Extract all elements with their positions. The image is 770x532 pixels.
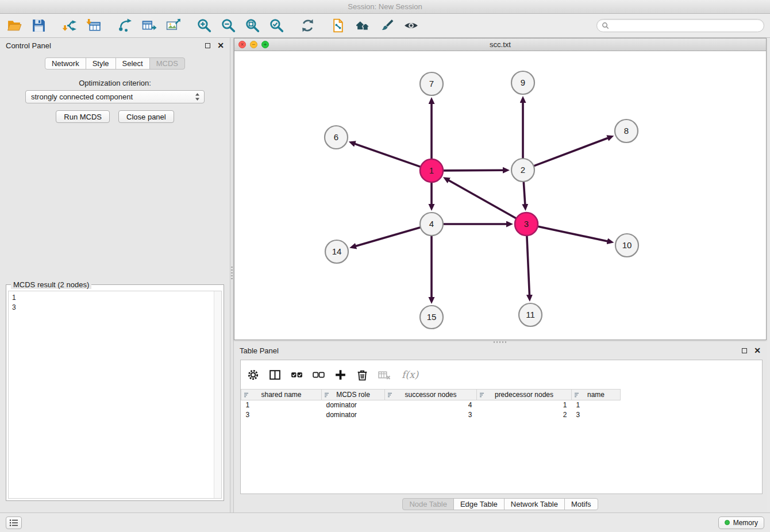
- table-cell[interactable]: 1: [241, 400, 322, 410]
- clone-network-button[interactable]: [330, 17, 348, 35]
- unselect-all-columns-button[interactable]: [312, 368, 325, 381]
- close-panel-icon[interactable]: ✕: [754, 346, 761, 354]
- column-header-predecessor-nodes[interactable]: predecessor nodes: [477, 390, 572, 400]
- dropdown-stepper-icon: [195, 92, 200, 101]
- table-settings-gear-button[interactable]: [247, 368, 260, 381]
- network-graph[interactable]: 7968124314101511: [234, 51, 766, 340]
- table-cell[interactable]: 3: [572, 410, 621, 420]
- homes-button[interactable]: [354, 17, 372, 35]
- zoom-out-button[interactable]: [220, 17, 238, 35]
- float-panel-icon[interactable]: [742, 348, 747, 353]
- workspace-area: × − + scc.txt 7968124314101511: [234, 38, 770, 512]
- column-header-shared-name[interactable]: shared name: [241, 390, 322, 400]
- tab-network[interactable]: Network: [45, 57, 86, 70]
- table-row[interactable]: 1dominator411: [241, 400, 763, 410]
- import-table-icon: [86, 18, 102, 33]
- eye-button[interactable]: [402, 17, 421, 35]
- graph-node-8[interactable]: 8: [615, 119, 638, 142]
- tab-select[interactable]: Select: [116, 57, 150, 70]
- graph-node-2[interactable]: 2: [511, 159, 534, 182]
- graph-edge-2-3[interactable]: [523, 182, 525, 205]
- refresh-button[interactable]: [299, 17, 317, 35]
- table-cell[interactable]: 3: [385, 410, 477, 420]
- graph-edge-4-14[interactable]: [355, 228, 420, 246]
- column-header-mcds-role[interactable]: MCDS role: [322, 390, 385, 400]
- run-mcds-button[interactable]: Run MCDS: [56, 110, 110, 123]
- graph-node-10[interactable]: 10: [615, 234, 638, 257]
- scrollbar-track[interactable]: [214, 291, 221, 498]
- network-canvas[interactable]: 7968124314101511: [234, 51, 766, 340]
- close-panel-icon[interactable]: ✕: [217, 41, 224, 49]
- minimize-window-button[interactable]: −: [250, 41, 257, 48]
- table-panel-header: Table Panel ✕: [234, 343, 767, 358]
- tab-node-table[interactable]: Node Table: [402, 498, 454, 510]
- zoom-check-button[interactable]: [268, 17, 286, 35]
- close-window-button[interactable]: ×: [238, 41, 246, 48]
- tab-edge-table[interactable]: Edge Table: [453, 498, 505, 510]
- export-image-button[interactable]: [164, 17, 183, 35]
- search-input[interactable]: [612, 22, 759, 30]
- table-cell[interactable]: 4: [385, 400, 477, 410]
- column-header-successor-nodes[interactable]: successor nodes: [385, 390, 477, 400]
- zoom-window-button[interactable]: +: [261, 41, 269, 48]
- panel-list-button[interactable]: [6, 516, 22, 529]
- criterion-dropdown[interactable]: strongly connected component: [25, 90, 205, 103]
- table-cell[interactable]: 1: [572, 400, 621, 410]
- table-cell-filler: [621, 400, 763, 410]
- save-button[interactable]: [30, 17, 48, 35]
- tab-style[interactable]: Style: [86, 57, 116, 70]
- graph-edge-1-2[interactable]: [444, 170, 504, 171]
- table-cell[interactable]: 2: [477, 410, 572, 420]
- graph-edge-1-6[interactable]: [354, 144, 420, 167]
- tab-motifs[interactable]: Motifs: [564, 498, 598, 510]
- export-table-button[interactable]: [140, 17, 159, 35]
- vertical-splitter[interactable]: [230, 38, 234, 512]
- style-brush-icon: [379, 18, 395, 33]
- toolbar-group: [195, 17, 286, 35]
- share-network-button[interactable]: [116, 17, 134, 35]
- table-settings-gear-icon: [247, 368, 260, 381]
- tab-network-table[interactable]: Network Table: [504, 498, 565, 510]
- tab-mcds[interactable]: MCDS: [149, 57, 185, 70]
- zoom-fit-button[interactable]: [244, 17, 262, 35]
- graph-edge-3-11[interactable]: [527, 236, 530, 296]
- svg-text:8: 8: [624, 126, 629, 136]
- graph-node-15[interactable]: 15: [420, 306, 443, 329]
- float-panel-icon[interactable]: [205, 43, 210, 48]
- select-all-columns-button[interactable]: [290, 368, 303, 381]
- graph-node-1[interactable]: 1: [420, 159, 443, 182]
- show-columns-button[interactable]: [268, 368, 282, 381]
- graph-node-3[interactable]: 3: [515, 213, 538, 236]
- mcds-result-pane[interactable]: 13: [8, 291, 222, 499]
- graph-node-11[interactable]: 11: [519, 303, 542, 326]
- graph-edge-2-8[interactable]: [534, 138, 609, 166]
- function-builder-button: f(x): [399, 368, 418, 381]
- import-table-button[interactable]: [85, 17, 103, 35]
- open-folder-button[interactable]: [6, 17, 24, 35]
- import-network-button[interactable]: [61, 17, 79, 35]
- zoom-in-button[interactable]: [195, 17, 214, 35]
- table-cell[interactable]: dominator: [322, 400, 385, 410]
- table-cell[interactable]: dominator: [322, 410, 385, 420]
- delete-columns-button[interactable]: [356, 368, 369, 381]
- table-tabs: Node TableEdge TableNetwork TableMotifs: [234, 498, 767, 510]
- graph-node-6[interactable]: 6: [325, 126, 348, 149]
- graph-node-14[interactable]: 14: [325, 240, 348, 263]
- table-row[interactable]: 3dominator323: [241, 410, 763, 420]
- create-column-button[interactable]: [334, 368, 347, 381]
- table-cell[interactable]: 1: [477, 400, 572, 410]
- table-cell[interactable]: 3: [241, 410, 322, 420]
- splitter-grip: [231, 267, 233, 279]
- graph-node-4[interactable]: 4: [420, 213, 443, 236]
- column-header-name[interactable]: name: [572, 390, 621, 400]
- graph-node-9[interactable]: 9: [511, 71, 534, 94]
- memory-button[interactable]: Memory: [718, 516, 764, 529]
- toolbar-group: [6, 17, 48, 35]
- close-panel-button[interactable]: Close panel: [118, 110, 174, 123]
- graph-node-7[interactable]: 7: [420, 72, 443, 95]
- column-sort-icon: [387, 392, 393, 398]
- graph-edge-3-10[interactable]: [538, 226, 609, 241]
- graph-edge-3-1[interactable]: [448, 180, 516, 218]
- style-brush-button[interactable]: [378, 17, 396, 35]
- control-panel: Control Panel ✕ NetworkStyleSelectMCDS O…: [0, 38, 230, 512]
